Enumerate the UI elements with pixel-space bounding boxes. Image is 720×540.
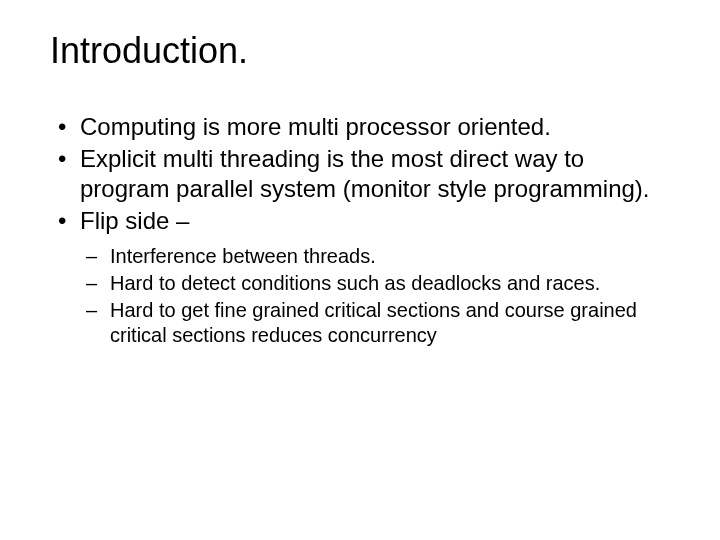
bullet-text: Interference between threads. <box>110 245 376 267</box>
slide: Introduction. Computing is more multi pr… <box>0 0 720 380</box>
bullet-text: Hard to detect conditions such as deadlo… <box>110 272 600 294</box>
list-item: Hard to detect conditions such as deadlo… <box>80 271 670 296</box>
bullet-text: Computing is more multi processor orient… <box>80 113 551 140</box>
slide-title: Introduction. <box>50 30 670 72</box>
list-item: Hard to get fine grained critical sectio… <box>80 298 670 348</box>
list-item: Explicit multi threading is the most dir… <box>50 144 670 204</box>
list-item: Interference between threads. <box>80 244 670 269</box>
list-item: Flip side – Interference between threads… <box>50 206 670 348</box>
bullet-list: Computing is more multi processor orient… <box>50 112 670 348</box>
sub-bullet-list: Interference between threads. Hard to de… <box>80 244 670 348</box>
bullet-text: Flip side – <box>80 207 189 234</box>
list-item: Computing is more multi processor orient… <box>50 112 670 142</box>
bullet-text: Hard to get fine grained critical sectio… <box>110 299 637 346</box>
bullet-text: Explicit multi threading is the most dir… <box>80 145 650 202</box>
